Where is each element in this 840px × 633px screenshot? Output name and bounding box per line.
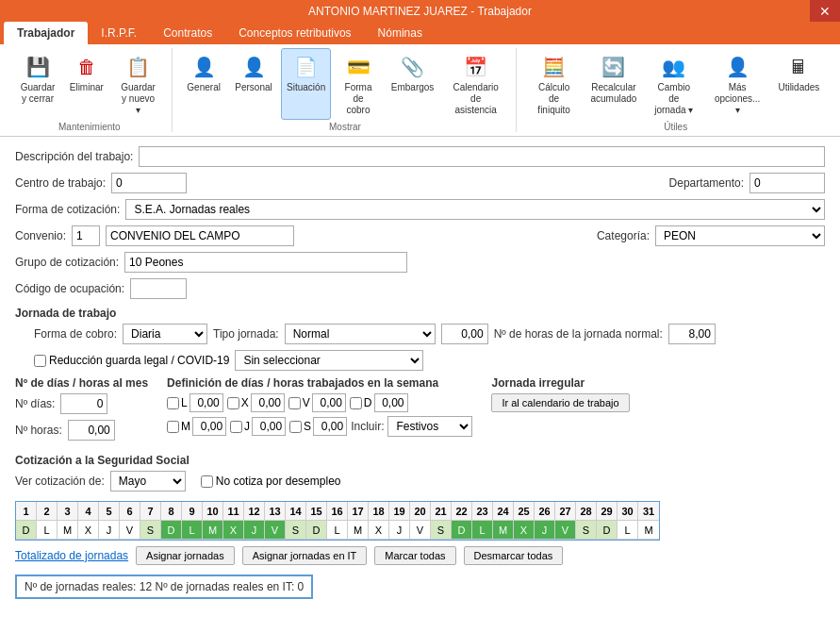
cal-weekday-31[interactable]: M	[638, 521, 659, 540]
day-M-input[interactable]	[192, 417, 226, 436]
day-S-input[interactable]	[313, 417, 347, 436]
cal-day-15[interactable]: 15	[306, 502, 327, 521]
cal-day-8[interactable]: 8	[161, 502, 182, 521]
cal-weekday-9[interactable]: L	[182, 521, 203, 540]
cal-day-27[interactable]: 27	[555, 502, 576, 521]
general-btn[interactable]: 👤 General	[182, 48, 226, 120]
delete-btn[interactable]: 🗑 Eliminar	[64, 48, 109, 120]
sin-seleccionar-select[interactable]: Sin seleccionar	[235, 350, 423, 371]
cal-weekday-13[interactable]: V	[265, 521, 286, 540]
cal-day-7[interactable]: 7	[140, 502, 161, 521]
day-D-check[interactable]	[350, 397, 362, 409]
day-J-check[interactable]	[230, 421, 242, 433]
convenio-id-input[interactable]	[72, 225, 100, 246]
cal-day-1[interactable]: 1	[16, 502, 37, 521]
cal-day-9[interactable]: 9	[182, 502, 203, 521]
cal-day-28[interactable]: 28	[576, 502, 597, 521]
cal-weekday-25[interactable]: X	[514, 521, 535, 540]
cal-day-24[interactable]: 24	[493, 502, 514, 521]
cal-day-20[interactable]: 20	[410, 502, 431, 521]
cal-day-31[interactable]: 31	[638, 502, 659, 521]
day-V-check[interactable]	[288, 397, 301, 409]
day-X-input[interactable]	[251, 393, 285, 412]
save-new-btn[interactable]: 📋 Guardary nuevo ▾	[113, 48, 164, 120]
cal-day-23[interactable]: 23	[472, 502, 493, 521]
reduccion-label[interactable]: Reducción guarda legal / COVID-19	[34, 354, 229, 367]
cal-weekday-17[interactable]: M	[348, 521, 369, 540]
centro-input[interactable]	[111, 173, 187, 193]
incluir-select[interactable]: Festivos	[387, 416, 472, 437]
cal-weekday-18[interactable]: X	[369, 521, 389, 540]
cal-day-25[interactable]: 25	[514, 502, 535, 521]
cal-weekday-15[interactable]: D	[306, 521, 327, 540]
cal-day-16[interactable]: 16	[327, 502, 348, 521]
day-V-input[interactable]	[312, 393, 346, 412]
cal-day-26[interactable]: 26	[535, 502, 555, 521]
cambio-jornada-btn[interactable]: 👥 Cambio dejornada ▾	[646, 48, 702, 120]
day-L-check[interactable]	[167, 397, 179, 409]
embargos-btn[interactable]: 📎 Embargos	[386, 48, 439, 120]
cal-day-19[interactable]: 19	[389, 502, 410, 521]
cal-day-17[interactable]: 17	[348, 502, 369, 521]
forma-cotizacion-select[interactable]: S.E.A. Jornadas reales	[125, 199, 825, 220]
day-X-check[interactable]	[227, 397, 239, 409]
recalcular-btn[interactable]: 🔄 Recalcularacumulado	[585, 48, 642, 120]
grupo-input[interactable]	[124, 252, 407, 273]
tab-irpf[interactable]: I.R.P.F.	[88, 22, 150, 44]
ver-cotizacion-select[interactable]: Mayo	[110, 471, 186, 491]
cal-weekday-30[interactable]: L	[618, 521, 638, 540]
cal-day-13[interactable]: 13	[265, 502, 286, 521]
calculo-btn[interactable]: 🧮 Cálculo definiquito	[526, 48, 582, 120]
cal-day-22[interactable]: 22	[452, 502, 472, 521]
day-L-input[interactable]	[189, 393, 223, 412]
n-dias-input[interactable]	[60, 393, 107, 414]
cal-weekday-28[interactable]: S	[576, 521, 597, 540]
day-M-check[interactable]	[167, 421, 179, 433]
n-horas-input[interactable]	[668, 324, 716, 344]
cal-weekday-20[interactable]: V	[410, 521, 431, 540]
day-J-input[interactable]	[252, 417, 286, 436]
cal-weekday-14[interactable]: S	[286, 521, 306, 540]
save-close-btn[interactable]: 💾 Guardary cerrar	[15, 48, 60, 120]
n-horas2-input[interactable]	[68, 420, 115, 441]
day-S-check[interactable]	[289, 421, 302, 433]
cal-weekday-1[interactable]: D	[16, 521, 37, 540]
cal-weekday-3[interactable]: M	[58, 521, 78, 540]
cal-weekday-27[interactable]: V	[555, 521, 576, 540]
marcar-btn[interactable]: Marcar todas	[374, 546, 455, 565]
totalizado-link[interactable]: Totalizado de jornadas	[15, 549, 128, 562]
cal-weekday-21[interactable]: S	[431, 521, 452, 540]
cal-weekday-12[interactable]: J	[244, 521, 265, 540]
horas-jornada-input[interactable]	[441, 324, 488, 344]
cal-day-6[interactable]: 6	[120, 502, 140, 521]
cal-day-18[interactable]: 18	[369, 502, 389, 521]
cal-weekday-10[interactable]: M	[203, 521, 223, 540]
cal-day-3[interactable]: 3	[58, 502, 78, 521]
cal-day-4[interactable]: 4	[78, 502, 99, 521]
cal-day-10[interactable]: 10	[203, 502, 223, 521]
tab-nominas[interactable]: Nóminas	[365, 22, 436, 44]
situacion-btn[interactable]: 📄 Situación	[281, 48, 330, 120]
window-close-btn[interactable]: ✕	[810, 0, 840, 22]
cal-weekday-16[interactable]: L	[327, 521, 348, 540]
convenio-name-input[interactable]	[106, 225, 294, 246]
no-cotiza-checkbox[interactable]	[201, 475, 213, 488]
cal-day-5[interactable]: 5	[99, 502, 120, 521]
codigo-input[interactable]	[130, 278, 187, 299]
cal-weekday-6[interactable]: V	[120, 521, 140, 540]
descripcion-input[interactable]	[139, 146, 825, 167]
cal-day-12[interactable]: 12	[244, 502, 265, 521]
cal-weekday-11[interactable]: X	[223, 521, 244, 540]
categoria-select[interactable]: PEON	[655, 225, 825, 246]
cal-day-29[interactable]: 29	[597, 502, 618, 521]
cal-weekday-24[interactable]: M	[493, 521, 514, 540]
cal-day-21[interactable]: 21	[431, 502, 452, 521]
asignar-btn[interactable]: Asignar jornadas	[136, 546, 235, 565]
ir-calendario-btn[interactable]: Ir al calendario de trabajo	[491, 393, 629, 412]
forma-cobro-select[interactable]: Diaria	[123, 324, 207, 344]
desmarcar-btn[interactable]: Desmarcar todas	[464, 546, 564, 565]
asignar-it-btn[interactable]: Asignar jornadas en IT	[242, 546, 368, 565]
cal-weekday-2[interactable]: L	[37, 521, 58, 540]
tab-contratos[interactable]: Contratos	[150, 22, 225, 44]
cal-weekday-19[interactable]: J	[389, 521, 410, 540]
